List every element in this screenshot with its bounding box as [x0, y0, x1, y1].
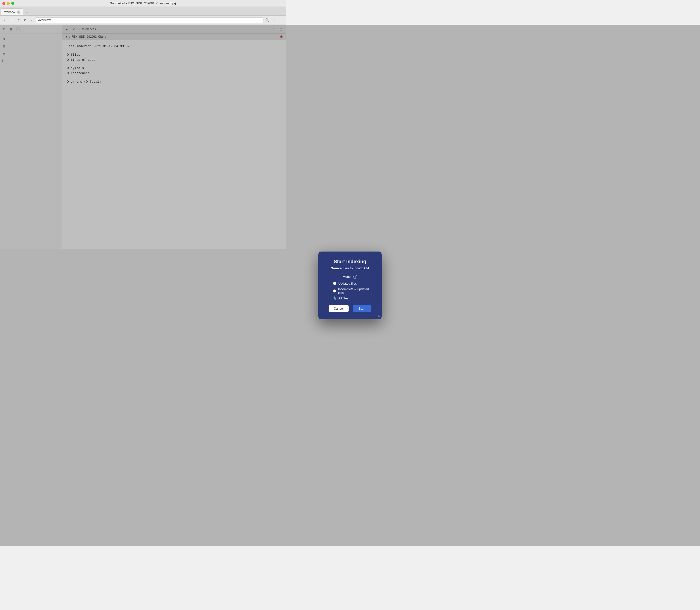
- share-button[interactable]: ↑: [278, 17, 284, 23]
- close-button[interactable]: [2, 2, 5, 5]
- history-button[interactable]: ≡: [16, 17, 21, 23]
- refresh-button[interactable]: ↺: [22, 17, 28, 23]
- title-bar: Sourcetrail - FBX_SDK_202001_Clang.srctr…: [0, 0, 286, 7]
- bookmark-button[interactable]: ☆: [271, 17, 277, 23]
- url-input[interactable]: [36, 17, 263, 23]
- window-title: Sourcetrail - FBX_SDK_202001_Clang.srctr…: [110, 1, 176, 5]
- tab-label: overview: [4, 11, 15, 14]
- modal-overlay: Start Indexing Source files to index: 23…: [0, 25, 286, 249]
- search-button[interactable]: 🔍: [264, 17, 270, 23]
- home-button[interactable]: ⌂: [29, 17, 35, 23]
- maximize-button[interactable]: [11, 2, 14, 5]
- back-button[interactable]: ‹: [2, 17, 8, 23]
- tab-add-button[interactable]: +: [24, 10, 30, 15]
- forward-button[interactable]: ›: [9, 17, 15, 23]
- tab-overview[interactable]: overview ×: [1, 9, 23, 15]
- nav-bar: ‹ › ≡ ↺ ⌂ 🔍 ☆ ↑: [0, 16, 286, 25]
- tab-close-icon[interactable]: ×: [17, 11, 20, 14]
- tab-bar: overview × +: [0, 7, 286, 16]
- minimize-button[interactable]: [7, 2, 10, 5]
- traffic-lights[interactable]: [2, 2, 14, 5]
